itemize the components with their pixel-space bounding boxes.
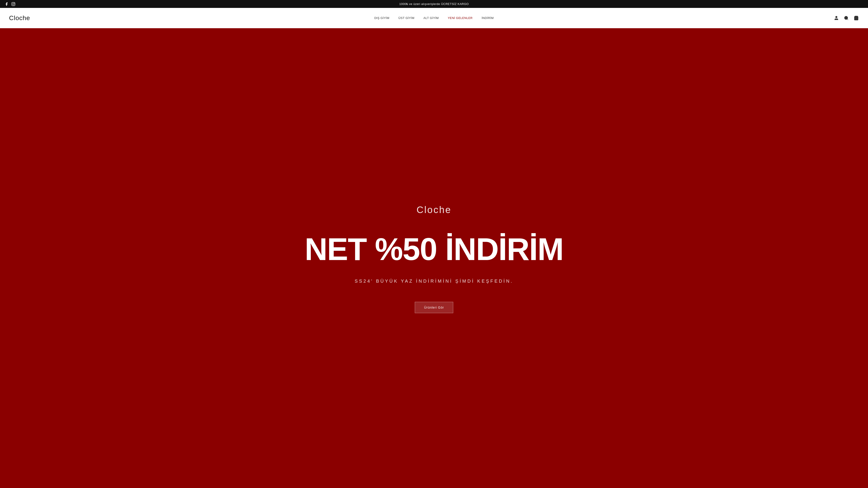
announcement-bar: 1000₺ ve üzeri alışverişlerde ÜCRETSİZ K… — [0, 0, 868, 8]
nav-item-indirim[interactable]: İNDİRİM — [482, 16, 494, 20]
nav-menu: DIŞ GİYİM ÜST GİYİM ALT GİYİM YENİ GELEN… — [374, 16, 494, 20]
nav-item-alt-giyim[interactable]: ALT GİYİM — [423, 16, 439, 20]
svg-point-2 — [14, 3, 14, 3]
header: Cloche DIŞ GİYİM ÜST GİYİM ALT GİYİM YEN… — [0, 8, 868, 28]
svg-rect-0 — [12, 2, 15, 6]
nav-item-yeni-gelenler[interactable]: YENİ GELENLER — [448, 16, 473, 20]
facebook-icon[interactable] — [4, 2, 8, 6]
hero-section: Cloche NET %50 İNDİRİM SS24' BÜYÜK YAZ İ… — [0, 28, 868, 488]
hero-cta-button[interactable]: Ürünleri Gör — [415, 302, 453, 313]
search-icon[interactable] — [844, 15, 849, 21]
hero-brand: Cloche — [416, 204, 452, 215]
hero-subtitle: SS24' BÜYÜK YAZ İNDİRİMİNİ ŞİMDİ KEŞFEDİ… — [355, 279, 513, 284]
hero-title: NET %50 İNDİRİM — [305, 233, 563, 265]
announcement-text: 1000₺ ve üzeri alışverişlerde ÜCRETSİZ K… — [399, 2, 469, 6]
header-icons — [834, 15, 859, 21]
social-icons — [4, 2, 16, 6]
nav-item-ust-giyim[interactable]: ÜST GİYİM — [399, 16, 414, 20]
svg-point-1 — [12, 3, 14, 5]
instagram-icon[interactable] — [11, 2, 16, 6]
cart-icon[interactable] — [854, 15, 859, 21]
nav-item-dis-giyim[interactable]: DIŞ GİYİM — [374, 16, 390, 20]
svg-line-5 — [847, 19, 848, 20]
account-icon[interactable] — [834, 15, 839, 21]
svg-point-4 — [844, 16, 848, 20]
svg-point-3 — [835, 16, 837, 18]
logo[interactable]: Cloche — [9, 14, 30, 22]
